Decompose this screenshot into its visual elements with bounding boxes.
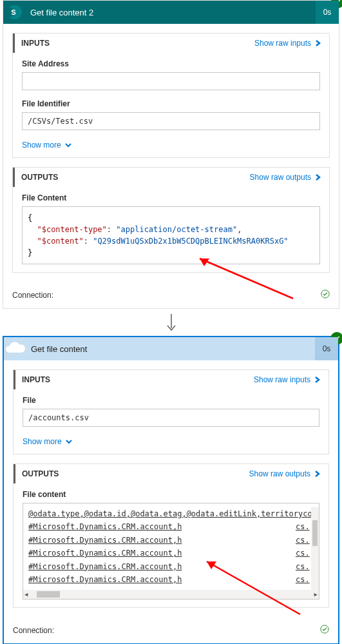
duration-badge: 0s (315, 337, 338, 360)
file-label: File (23, 396, 319, 405)
connection-row: Connection: (3, 282, 339, 308)
flow-arrow-down (0, 310, 342, 336)
action-card-get-file-content: Get file content 0s INPUTS Show raw inpu… (3, 336, 339, 644)
csv-data-row: #Microsoft.Dynamics.CRM.account,hcs. (28, 520, 314, 533)
outputs-header: OUTPUTS (15, 173, 250, 182)
card-title: Get file content 2 (26, 8, 316, 17)
card-header[interactable]: Get file content 0s (4, 337, 338, 360)
connection-label: Connection: (12, 291, 53, 300)
action-card-get-file-content-2: S Get file content 2 0s INPUTS Show raw … (3, 0, 339, 309)
card-title: Get file content (27, 344, 315, 354)
chevron-down-icon (66, 438, 72, 445)
connection-label: Connection: (13, 626, 54, 635)
show-raw-inputs-link[interactable]: Show raw inputs (254, 39, 321, 48)
chevron-down-icon (65, 142, 71, 148)
csv-data-row: #Microsoft.Dynamics.CRM.account,hcs. (28, 534, 314, 547)
inputs-header: INPUTS (15, 375, 254, 384)
inputs-section: INPUTS Show raw inputs File /accounts.cs… (13, 369, 329, 454)
inputs-section: INPUTS Show raw inputs Site Address File… (12, 33, 330, 158)
csv-data-row: #Microsoft.Dynamics.CRM.account,hcs. (28, 560, 314, 573)
connection-ok-icon (320, 625, 329, 636)
file-content-json[interactable]: { "$content-type": "application/octet-st… (22, 206, 320, 264)
chevron-right-icon (315, 174, 321, 181)
inputs-header: INPUTS (15, 39, 254, 48)
chevron-right-icon (314, 471, 321, 477)
show-raw-inputs-link[interactable]: Show raw inputs (254, 375, 321, 384)
connection-row: Connection: (4, 617, 338, 643)
site-address-label: Site Address (22, 59, 320, 68)
card-header[interactable]: S Get file content 2 0s (3, 1, 339, 24)
csv-data-row: #Microsoft.Dynamics.CRM.account,hcs. (28, 547, 314, 560)
connection-ok-icon (321, 289, 330, 300)
sharepoint-icon: S (3, 1, 26, 24)
file-value[interactable]: /accounts.csv (23, 409, 319, 427)
show-raw-outputs-link[interactable]: Show raw outputs (249, 469, 321, 478)
outputs-section: OUTPUTS Show raw outputs File Content { … (12, 167, 330, 273)
outputs-section: OUTPUTS Show raw outputs File content @o… (13, 463, 329, 608)
show-raw-outputs-link[interactable]: Show raw outputs (250, 173, 321, 182)
site-address-value[interactable] (22, 72, 320, 90)
file-content-label: File Content (22, 193, 320, 202)
csv-header-row: @odata.type,@odata.id,@odata.etag,@odata… (28, 507, 314, 520)
duration-badge: 0s (316, 1, 339, 24)
onedrive-icon (4, 337, 27, 360)
svg-point-4 (321, 625, 328, 633)
file-content-label: File content (23, 490, 319, 499)
file-identifier-value[interactable]: /CSVs/Test.csv (22, 112, 320, 130)
file-identifier-label: File Identifier (22, 99, 320, 108)
csv-data-row: #Microsoft.Dynamics.CRM.account,hcs. (28, 573, 314, 586)
svg-point-0 (321, 290, 329, 298)
show-more-link[interactable]: Show more (14, 429, 328, 454)
file-content-text[interactable]: @odata.type,@odata.id,@odata.etag,@odata… (23, 503, 319, 600)
vertical-scrollbar[interactable] (311, 507, 319, 590)
outputs-header: OUTPUTS (15, 469, 249, 478)
show-more-link[interactable]: Show more (13, 133, 329, 157)
chevron-right-icon (314, 376, 321, 383)
horizontal-scrollbar[interactable]: ◀ ▶ (23, 590, 319, 599)
chevron-right-icon (315, 40, 321, 46)
